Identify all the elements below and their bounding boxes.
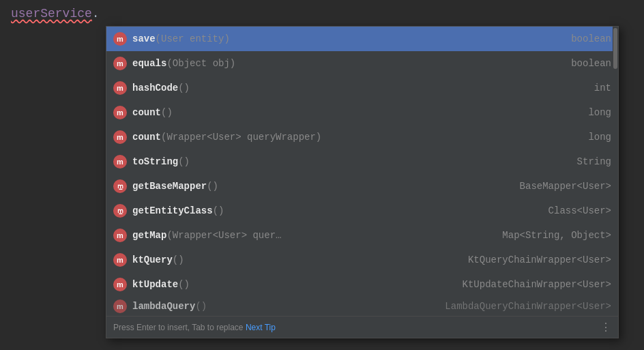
dot-operator: . [92,7,100,20]
method-signature: equals(Object obj) [132,58,488,69]
autocomplete-popup: m save(User entity) boolean m equals(Obj… [106,26,619,338]
method-signature: ktUpdate() [132,279,463,290]
method-icon: m [113,57,127,70]
autocomplete-item[interactable]: m lambdaQuery() LambdaQueryChainWrapper<… [106,297,618,316]
autocomplete-item[interactable]: m ktUpdate() KtUpdateChainWrapper<User> [106,272,618,297]
autocomplete-item[interactable]: m equals(Object obj) boolean [106,51,618,76]
scrollbar-thumb[interactable] [613,28,617,69]
method-icon: m [113,229,127,242]
return-type: KtQueryChainWrapper<User> [468,254,611,265]
return-type: BaseMapper<User> [488,181,611,192]
autocomplete-list: m save(User entity) boolean m equals(Obj… [106,27,618,316]
method-signature: ktQuery() [132,254,468,265]
autocomplete-item[interactable]: m count(Wrapper<User> queryWrapper) long [106,125,618,149]
return-type: boolean [488,58,611,69]
return-type: KtUpdateChainWrapper<User> [463,279,611,290]
method-icon: m [113,278,127,291]
method-icon: m [113,32,127,46]
method-icon: m̲ [113,179,127,193]
autocomplete-footer: Press Enter to insert, Tab to replace Ne… [106,316,618,338]
more-options-icon[interactable]: ⋮ [600,321,611,334]
editor-background: userService. m save(User entity) boolean… [0,0,644,350]
method-icon: m [113,300,127,313]
code-context-line: userService. [0,0,644,25]
return-type: int [488,83,611,93]
method-signature: getEntityClass() [132,205,488,216]
method-signature: lambdaQuery() [132,301,445,312]
method-icon: m [113,253,127,267]
method-signature: count() [132,107,488,118]
method-icon: m [113,130,127,144]
method-icon: m [113,81,127,95]
return-type: long [488,132,611,143]
method-signature: hashCode() [132,83,488,93]
method-icon: m [113,155,127,169]
return-type: boolean [488,33,611,44]
footer-hint: Press Enter to insert, Tab to replace Ne… [113,323,276,332]
return-type: Class<User> [488,205,611,216]
method-signature: save(User entity) [132,33,488,44]
method-signature: getMap(Wrapper<User> quer… [132,230,488,241]
autocomplete-item[interactable]: m toString() String [106,149,618,174]
return-type: long [488,107,611,118]
autocomplete-item[interactable]: m ktQuery() KtQueryChainWrapper<User> [106,248,618,272]
autocomplete-item[interactable]: m count() long [106,100,618,125]
autocomplete-item[interactable]: m hashCode() int [106,76,618,100]
return-type: String [488,156,611,167]
next-tip-link[interactable]: Next Tip [246,323,276,332]
autocomplete-item[interactable]: m̲ getEntityClass() Class<User> [106,199,618,223]
autocomplete-item[interactable]: m̲ getBaseMapper() BaseMapper<User> [106,174,618,199]
autocomplete-list-wrapper: m save(User entity) boolean m equals(Obj… [106,27,618,316]
return-type: LambdaQueryChainWrapper<User> [445,301,611,312]
service-identifier: userService [11,7,92,20]
method-icon: m [113,106,127,119]
method-signature: getBaseMapper() [132,181,488,192]
method-icon: m̲ [113,204,127,218]
autocomplete-item[interactable]: m getMap(Wrapper<User> quer… Map<String,… [106,223,618,248]
method-signature: toString() [132,156,488,167]
scrollbar-track[interactable] [613,27,618,294]
autocomplete-item[interactable]: m save(User entity) boolean [106,27,618,51]
hint-text: Press Enter to insert, Tab to replace [113,323,244,332]
return-type: Map<String, Object> [488,230,611,241]
method-signature: count(Wrapper<User> queryWrapper) [132,132,488,143]
